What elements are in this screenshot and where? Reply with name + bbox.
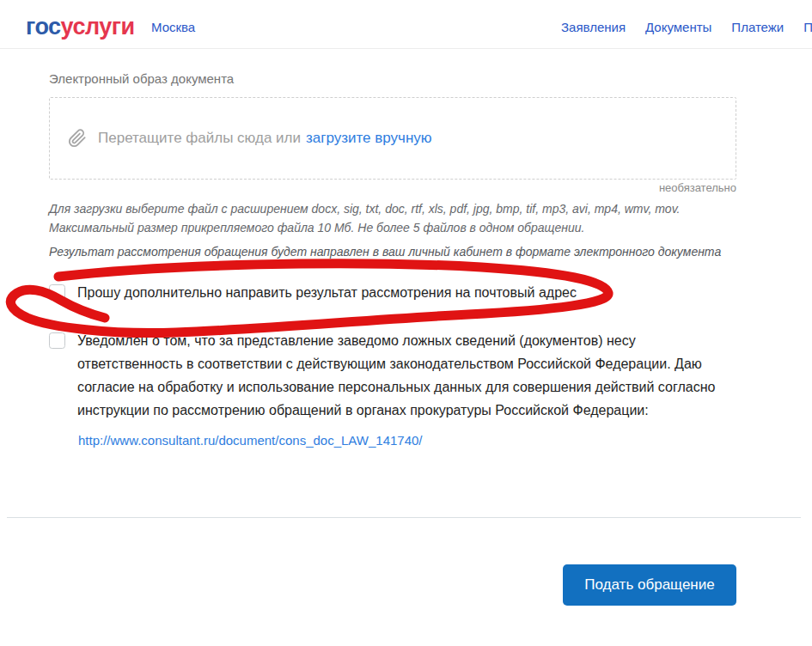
nav-item-applications[interactable]: Заявления (561, 20, 626, 34)
checkbox-row-postal-result: Прошу дополнительно направить результат … (49, 284, 736, 302)
consent-checkbox[interactable] (49, 332, 65, 349)
paperclip-icon (68, 129, 87, 148)
appeal-form: Электронный образ документа Перетащите ф… (0, 49, 736, 606)
submit-appeal-button[interactable]: Подать обращение (563, 564, 736, 606)
upload-manually-link[interactable]: загрузите вручную (306, 130, 432, 147)
header-nav: Заявления Документы Платежи По (561, 20, 812, 34)
section-divider (7, 517, 801, 518)
postal-result-checkbox-label[interactable]: Прошу дополнительно направить результат … (77, 284, 577, 302)
dropzone-hint-text: Перетащите файлы сюда или (98, 130, 301, 147)
optional-note: необязательно (49, 182, 736, 194)
nav-item-payments[interactable]: Платежи (731, 20, 784, 34)
logo-part-gos: гос (26, 14, 61, 40)
postal-result-checkbox[interactable] (49, 284, 65, 301)
result-delivery-note: Результат рассмотрения обращения будет н… (49, 246, 771, 259)
consultant-law-link[interactable]: http://www.consultant.ru/document/cons_d… (49, 434, 736, 447)
file-dropzone[interactable]: Перетащите файлы сюда или загрузите вруч… (49, 97, 736, 180)
nav-item-documents[interactable]: Документы (645, 20, 711, 34)
logo-part-uslugi: услуги (61, 14, 135, 40)
gosuslugi-logo[interactable]: госуслуги (26, 14, 135, 40)
file-format-hint: Для загрузки выберите файл с расширением… (49, 199, 736, 237)
upload-field-label: Электронный образ документа (49, 72, 736, 85)
checkbox-row-consent: Уведомлен о том, что за представление за… (49, 332, 736, 422)
nav-item-help-clipped[interactable]: По (803, 20, 812, 34)
header: госуслуги Москва Заявления Документы Пла… (0, 0, 812, 49)
consent-checkbox-label[interactable]: Уведомлен о том, что за представление за… (77, 329, 735, 422)
region-selector[interactable]: Москва (151, 20, 195, 34)
